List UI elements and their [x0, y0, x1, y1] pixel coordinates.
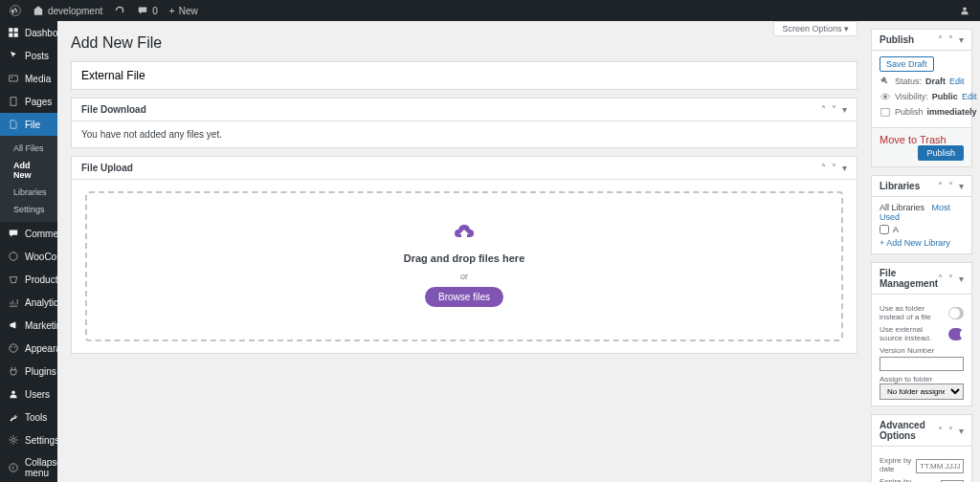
user-menu[interactable] [959, 5, 970, 16]
advanced-options-box: Advanced Options˄˅▾ Expire by date Expir… [871, 414, 972, 482]
expire-date-input[interactable] [916, 459, 964, 473]
library-checkbox-a[interactable] [880, 225, 889, 234]
sidebar-item-collapse-menu[interactable]: Collapse menu [0, 451, 57, 482]
folder-toggle[interactable] [948, 307, 964, 319]
panel-down-icon[interactable]: ˅ [832, 104, 836, 115]
libraries-tab-all[interactable]: All Libraries [880, 203, 924, 212]
analytics-icon [8, 296, 19, 308]
sidebar-item-file[interactable]: File [0, 113, 57, 136]
sidebar-item-media[interactable]: Media [0, 67, 57, 90]
right-column: Publish˄˅▾ Save Draft Status: Draft Edit… [871, 21, 980, 482]
posts-icon [8, 50, 19, 61]
edit-visibility-link[interactable]: Edit [962, 92, 977, 101]
sidebar-item-analytics[interactable]: Analytics [0, 291, 57, 314]
sidebar-sub-all-files[interactable]: All Files [0, 140, 57, 157]
updates-icon[interactable] [114, 5, 125, 16]
sidebar-item-users[interactable]: Users [0, 383, 57, 405]
libraries-box: Libraries˄˅▾ All Libraries Most Used A +… [871, 175, 972, 254]
woo-icon [8, 251, 19, 262]
pages-icon [8, 96, 19, 107]
panel-toggle-icon[interactable]: ▾ [842, 163, 847, 173]
file-management-box: File Management˄˅▾ Use as folder instead… [871, 262, 972, 406]
publish-box: Publish˄˅▾ Save Draft Status: Draft Edit… [871, 29, 972, 167]
sidebar-sub-add-new[interactable]: Add New [0, 157, 57, 184]
sidebar-item-settings[interactable]: Settings [0, 428, 57, 451]
svg-rect-17 [881, 108, 889, 116]
svg-rect-4 [9, 33, 12, 37]
sidebar-item-products[interactable]: Products [0, 268, 57, 291]
svg-rect-8 [11, 98, 16, 105]
file-icon [8, 119, 19, 130]
folder-select[interactable]: No folder assigned [880, 383, 964, 400]
sidebar-item-dashboard[interactable]: Dashboard [0, 21, 57, 44]
sidebar-item-posts[interactable]: Posts [0, 44, 57, 67]
svg-rect-6 [10, 76, 17, 81]
settings-icon [8, 434, 19, 446]
sidebar-item-plugins[interactable]: Plugins [0, 360, 57, 383]
add-library-link[interactable]: + Add New Library [880, 238, 964, 248]
sidebar-item-tools[interactable]: Tools [0, 405, 57, 428]
svg-point-10 [10, 344, 17, 352]
publish-button[interactable]: Publish [918, 145, 964, 161]
svg-point-9 [10, 252, 17, 260]
dashboard-icon [8, 27, 19, 38]
upload-cloud-icon [453, 222, 476, 245]
wp-logo[interactable] [10, 5, 21, 16]
new-content[interactable]: + New [169, 6, 198, 16]
appearance-icon [8, 342, 19, 354]
screen-options-toggle[interactable]: Screen Options ▾ [773, 21, 858, 36]
box-title: Advanced Options [880, 420, 938, 441]
sidebar-sub-settings[interactable]: Settings [0, 201, 57, 218]
box-title: Libraries [880, 181, 920, 191]
sidebar-item-comments[interactable]: Comments [0, 222, 57, 245]
svg-point-12 [14, 346, 15, 347]
svg-point-14 [11, 438, 15, 442]
save-draft-button[interactable]: Save Draft [880, 56, 934, 72]
calendar-icon [880, 106, 891, 118]
move-to-trash-link[interactable]: Move to Trash [880, 134, 947, 145]
page-title: Add New File [71, 34, 858, 52]
edit-status-link[interactable]: Edit [949, 77, 965, 86]
users-icon [8, 388, 19, 400]
file-download-panel: File Download ˄˅▾ You have not added any… [71, 98, 858, 148]
panel-toggle-icon[interactable]: ▾ [842, 104, 847, 115]
svg-point-16 [883, 95, 887, 99]
sidebar-item-appearance[interactable]: Appearance [0, 337, 57, 360]
panel-up-icon[interactable]: ˄ [821, 104, 826, 115]
panel-up-icon[interactable]: ˄ [821, 163, 826, 173]
dropzone-or: or [97, 272, 832, 281]
svg-point-13 [11, 390, 15, 394]
box-title: File Management [880, 268, 938, 289]
version-input[interactable] [880, 357, 964, 371]
box-title: Publish [880, 34, 914, 45]
visibility-icon [880, 91, 891, 102]
sidebar-sub-libraries[interactable]: Libraries [0, 184, 57, 201]
panel-title: File Upload [81, 163, 133, 173]
svg-rect-2 [9, 28, 12, 32]
site-name[interactable]: development [33, 5, 102, 16]
admin-bar: development 0 + New [0, 0, 980, 21]
collapse-icon [8, 462, 19, 473]
media-icon [8, 73, 19, 84]
marketing-icon [8, 319, 19, 331]
sidebar-item-marketing[interactable]: Marketing [0, 314, 57, 337]
sidebar-item-woocommerce[interactable]: WooCommerce [0, 245, 57, 268]
svg-point-7 [11, 77, 12, 78]
admin-sidebar: DashboardPostsMediaPagesFileAll FilesAdd… [0, 21, 57, 482]
svg-rect-5 [14, 33, 18, 37]
comments-icon [8, 228, 19, 239]
browse-files-button[interactable]: Browse files [425, 287, 503, 307]
external-source-toggle[interactable] [948, 328, 964, 340]
file-title-input[interactable] [71, 61, 858, 90]
site-name-text: development [48, 6, 102, 16]
file-dropzone[interactable]: Drag and drop files here or Browse files [85, 191, 843, 341]
tools-icon [8, 411, 19, 423]
products-icon [8, 274, 19, 285]
panel-down-icon[interactable]: ˅ [832, 163, 836, 173]
sidebar-item-pages[interactable]: Pages [0, 90, 57, 113]
panel-title: File Download [81, 104, 146, 115]
file-download-empty: You have not added any files yet. [72, 121, 857, 147]
plugins-icon [8, 365, 19, 377]
svg-rect-3 [14, 28, 18, 32]
comments-count[interactable]: 0 [137, 5, 158, 16]
